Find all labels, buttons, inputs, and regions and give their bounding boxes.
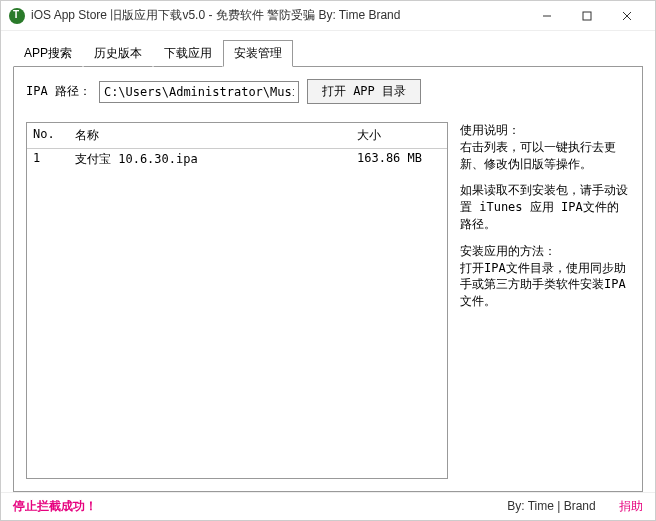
help-text-install: 安装应用的方法： 打开IPA文件目录，使用同步助手或第三方助手类软件安装IPA文… xyxy=(460,243,630,310)
maximize-button[interactable] xyxy=(567,4,607,28)
cell-size: 163.86 MB xyxy=(357,151,447,168)
tab-install-manage[interactable]: 安装管理 xyxy=(223,40,293,67)
col-header-name: 名称 xyxy=(71,127,357,144)
titlebar: iOS App Store 旧版应用下载v5.0 - 免费软件 警防受骗 By:… xyxy=(1,1,655,31)
path-row: IPA 路径： 打开 APP 目录 xyxy=(26,79,630,104)
tab-app-search[interactable]: APP搜索 xyxy=(13,40,83,67)
status-message: 停止拦截成功！ xyxy=(13,498,97,515)
ipa-path-input[interactable] xyxy=(99,81,299,103)
help-text-usage: 使用说明： 右击列表，可以一键执行去更新、修改伪旧版等操作。 xyxy=(460,122,630,172)
tab-panel: IPA 路径： 打开 APP 目录 No. 名称 大小 1 支付宝 10.6.3… xyxy=(13,66,643,492)
tab-download[interactable]: 下载应用 xyxy=(153,40,223,67)
minimize-button[interactable] xyxy=(527,4,567,28)
help-text-path: 如果读取不到安装包，请手动设置 iTunes 应用 IPA文件的路径。 xyxy=(460,182,630,232)
open-app-dir-button[interactable]: 打开 APP 目录 xyxy=(307,79,421,104)
list-header: No. 名称 大小 xyxy=(27,123,447,149)
content-area: APP搜索 历史版本 下载应用 安装管理 IPA 路径： 打开 APP 目录 N… xyxy=(1,31,655,492)
window-controls xyxy=(527,4,647,28)
statusbar: 停止拦截成功！ By: Time | Brand 捐助 xyxy=(1,492,655,520)
tab-history[interactable]: 历史版本 xyxy=(83,40,153,67)
cell-no: 1 xyxy=(27,151,71,168)
ipa-list[interactable]: No. 名称 大小 1 支付宝 10.6.30.ipa 163.86 MB xyxy=(26,122,448,479)
col-header-no: No. xyxy=(27,127,71,144)
app-icon xyxy=(9,8,25,24)
cell-name: 支付宝 10.6.30.ipa xyxy=(71,151,357,168)
close-button[interactable] xyxy=(607,4,647,28)
table-row[interactable]: 1 支付宝 10.6.30.ipa 163.86 MB xyxy=(27,149,447,170)
ipa-path-label: IPA 路径： xyxy=(26,83,91,100)
window-title: iOS App Store 旧版应用下载v5.0 - 免费软件 警防受骗 By:… xyxy=(31,7,527,24)
col-header-size: 大小 xyxy=(357,127,447,144)
donate-link[interactable]: 捐助 xyxy=(619,499,643,513)
status-credits: By: Time | Brand 捐助 xyxy=(507,498,643,515)
help-panel: 使用说明： 右击列表，可以一键执行去更新、修改伪旧版等操作。 如果读取不到安装包… xyxy=(460,122,630,479)
svg-rect-1 xyxy=(583,12,591,20)
credits-text: By: Time | Brand xyxy=(507,499,595,513)
app-window: iOS App Store 旧版应用下载v5.0 - 免费软件 警防受骗 By:… xyxy=(0,0,656,521)
main-area: No. 名称 大小 1 支付宝 10.6.30.ipa 163.86 MB 使用… xyxy=(26,122,630,479)
tabs: APP搜索 历史版本 下载应用 安装管理 xyxy=(13,40,643,67)
